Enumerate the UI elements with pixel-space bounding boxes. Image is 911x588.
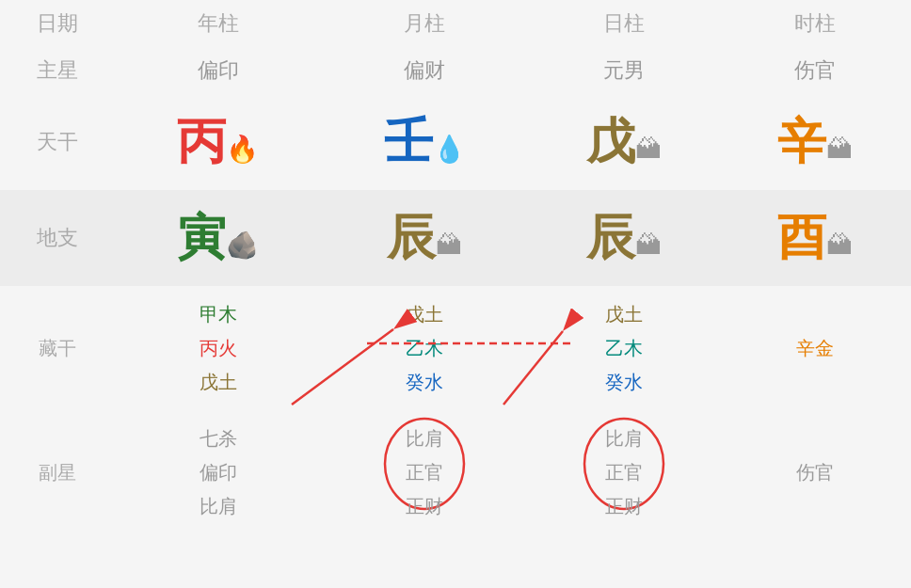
- tiangan-month: 壬💧: [322, 94, 528, 190]
- header-year: 年柱: [115, 0, 321, 47]
- canggan-hour: 辛金: [719, 286, 911, 410]
- fuxing-month-circle-wrapper: 比肩 正官 正财: [406, 421, 443, 523]
- canggan-hour-1: 辛金: [724, 331, 906, 365]
- fuxing-year-2: 偏印: [120, 455, 316, 489]
- fuxing-year-3: 比肩: [120, 489, 316, 523]
- dizhi-day-emoji: 🏔: [635, 230, 662, 260]
- tiangan-day-char: 戊: [586, 114, 635, 168]
- tiangan-day: 戊🏔: [528, 94, 720, 190]
- tiangan-year-char: 丙: [177, 114, 226, 168]
- canggan-day: 戊土 乙木 癸水: [528, 286, 720, 410]
- tiangan-year: 丙🔥: [115, 94, 321, 190]
- canggan-year: 甲木 丙火 戊土: [115, 286, 321, 410]
- header-row: 日期 年柱 月柱 日柱 时柱: [0, 0, 911, 47]
- zhuxing-label: 主星: [0, 47, 115, 94]
- dizhi-month-emoji: 🏔: [436, 230, 462, 260]
- canggan-day-1: 戊土: [533, 297, 715, 331]
- canggan-day-2: 乙木: [533, 331, 715, 365]
- fuxing-month: 比肩 正官 正财: [322, 410, 528, 534]
- fuxing-year-1: 七杀: [120, 421, 316, 455]
- dizhi-month-char: 辰: [387, 210, 436, 264]
- tiangan-label: 天干: [0, 94, 115, 190]
- tiangan-hour: 辛🏔: [719, 94, 911, 190]
- zhuxing-year: 偏印: [115, 47, 321, 94]
- zhuxing-hour: 伤官: [719, 47, 911, 94]
- fuxing-row: 副星 七杀 偏印 比肩 比肩 正官 正财: [0, 410, 911, 534]
- canggan-row: 藏干 甲木 丙火 戊土 戊土 乙木 癸水 戊土 乙木 癸水 辛金: [0, 286, 911, 410]
- dizhi-month: 辰🏔: [322, 190, 528, 286]
- fuxing-day: 比肩 正官 正财: [528, 410, 720, 534]
- zhuxing-row: 主星 偏印 偏财 元男 伤官: [0, 47, 911, 94]
- fuxing-year: 七杀 偏印 比肩: [115, 410, 321, 534]
- tiangan-row: 天干 丙🔥 壬💧 戊🏔 辛🏔: [0, 94, 911, 190]
- dizhi-row: 地支 寅🪨 辰🏔 辰🏔 酉🏔: [0, 190, 911, 286]
- tiangan-month-emoji: 💧: [433, 135, 466, 164]
- fuxing-hour: 伤官: [719, 410, 911, 534]
- dizhi-label: 地支: [0, 190, 115, 286]
- zhuxing-day: 元男: [528, 47, 720, 94]
- canggan-month: 戊土 乙木 癸水: [322, 286, 528, 410]
- dizhi-hour-emoji: 🏔: [826, 230, 853, 260]
- canggan-year-2: 丙火: [120, 331, 316, 365]
- zhuxing-month: 偏财: [322, 47, 528, 94]
- fuxing-day-2: 正官: [605, 455, 643, 489]
- header-month: 月柱: [322, 0, 528, 47]
- canggan-year-3: 戊土: [120, 365, 316, 399]
- canggan-month-2: 乙木: [327, 331, 523, 365]
- dizhi-year-char: 寅: [177, 210, 226, 264]
- canggan-label: 藏干: [0, 286, 115, 410]
- fuxing-day-circle-wrapper: 比肩 正官 正财: [605, 421, 643, 523]
- dizhi-day-char: 辰: [586, 210, 635, 264]
- canggan-day-3: 癸水: [533, 365, 715, 399]
- tiangan-year-emoji: 🔥: [226, 135, 259, 164]
- fuxing-month-2: 正官: [406, 455, 443, 489]
- fuxing-month-3: 正财: [406, 489, 443, 523]
- dizhi-year-emoji: 🪨: [226, 230, 259, 260]
- dizhi-year: 寅🪨: [115, 190, 321, 286]
- dizhi-day: 辰🏔: [528, 190, 720, 286]
- header-day: 日柱: [528, 0, 720, 47]
- fuxing-day-1: 比肩: [605, 421, 643, 455]
- canggan-year-1: 甲木: [120, 297, 316, 331]
- canggan-month-3: 癸水: [327, 365, 523, 399]
- fuxing-hour-1: 伤官: [724, 455, 906, 489]
- canggan-month-1: 戊土: [327, 297, 523, 331]
- dizhi-hour: 酉🏔: [719, 190, 911, 286]
- tiangan-hour-emoji: 🏔: [826, 135, 853, 164]
- header-date: 日期: [0, 0, 115, 47]
- tiangan-hour-char: 辛: [777, 114, 826, 168]
- bazi-table: 日期 年柱 月柱 日柱 时柱 主星 偏印 偏财 元男 伤官 天干 丙🔥 壬💧 戊…: [0, 0, 911, 534]
- main-wrapper: 日期 年柱 月柱 日柱 时柱 主星 偏印 偏财 元男 伤官 天干 丙🔥 壬💧 戊…: [0, 0, 911, 534]
- fuxing-label: 副星: [0, 410, 115, 534]
- tiangan-day-emoji: 🏔: [635, 135, 662, 164]
- tiangan-month-char: 壬: [384, 114, 433, 168]
- fuxing-month-1: 比肩: [406, 421, 443, 455]
- header-hour: 时柱: [719, 0, 911, 47]
- fuxing-day-3: 正财: [605, 489, 643, 523]
- dizhi-hour-char: 酉: [777, 210, 826, 264]
